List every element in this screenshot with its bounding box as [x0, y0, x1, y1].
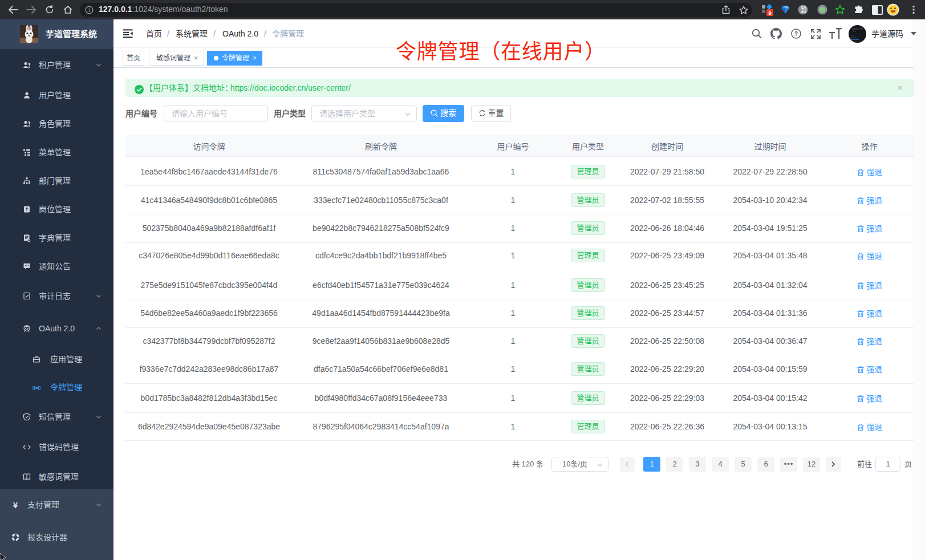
- svg-text:9: 9: [768, 10, 771, 16]
- svg-text:?: ?: [794, 31, 798, 37]
- svg-text:¥: ¥: [13, 501, 18, 509]
- svg-text:((a)): ((a)): [33, 385, 40, 390]
